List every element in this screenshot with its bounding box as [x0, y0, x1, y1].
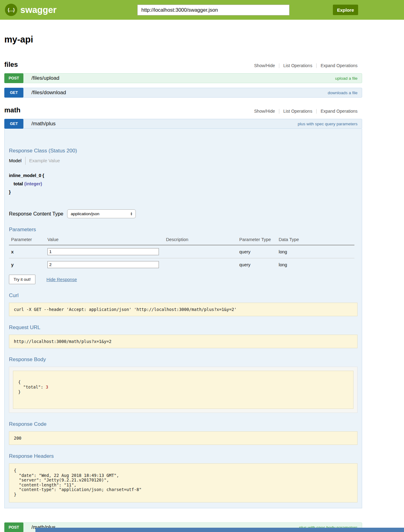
operation-summary-link[interactable]: upload a file: [335, 76, 358, 81]
divider: [279, 63, 279, 68]
parameter-name: x: [9, 245, 47, 258]
expand-operations-link[interactable]: Expand Operations: [321, 109, 358, 114]
model-property-type: (integer): [24, 181, 42, 186]
parameter-row-x: x query long: [9, 245, 354, 258]
operation-header-row[interactable]: GET /files/download downloads a file: [4, 88, 362, 98]
show-hide-link[interactable]: Show/Hide: [254, 109, 275, 114]
operation-post-files-upload: POST /files/upload upload a file: [4, 73, 362, 83]
main-content: my-api files Show/Hide List Operations E…: [4, 34, 362, 532]
column-header-data-type: Data Type: [279, 235, 354, 245]
swagger-braces-icon: {…}: [5, 4, 17, 16]
list-operations-link[interactable]: List Operations: [283, 63, 312, 68]
column-header-description: Description: [166, 235, 239, 245]
response-headers-heading: Response Headers: [9, 453, 358, 459]
explore-button[interactable]: Explore: [333, 5, 358, 15]
swagger-logo-text: swagger: [20, 5, 57, 15]
endpoint-path[interactable]: /files/download: [31, 90, 66, 96]
method-badge-get: GET: [4, 119, 23, 129]
operation-expanded-panel: Response Class (Status 200) Model Exampl…: [4, 129, 362, 508]
math-section-controls: Show/Hide List Operations Expand Operati…: [254, 109, 362, 114]
operation-get-files-download: GET /files/download downloads a file: [4, 88, 362, 98]
expand-operations-link[interactable]: Expand Operations: [321, 63, 358, 68]
column-header-value: Value: [47, 235, 166, 245]
method-badge-get: GET: [4, 88, 23, 98]
parameter-name: y: [9, 258, 47, 271]
try-it-out-button[interactable]: Try it out!: [9, 275, 35, 284]
endpoint-path[interactable]: /math/plus: [31, 121, 55, 127]
divider: [279, 109, 279, 114]
parameter-y-input[interactable]: [47, 261, 159, 268]
response-class-tabs: Model Example Value: [9, 157, 358, 165]
response-content-type-select[interactable]: application/json ▲▼: [67, 209, 136, 218]
tab-model[interactable]: Model: [9, 157, 26, 165]
response-headers-json: { "date": "Wed, 22 Aug 2018 18:49:13 GMT…: [9, 463, 358, 502]
endpoint-path[interactable]: /files/upload: [31, 75, 59, 81]
json-number-value: 3: [46, 385, 48, 389]
parameters-heading: Parameters: [9, 227, 358, 233]
divider: [316, 63, 317, 68]
response-content-type-row: Response Content Type application/json ▲…: [9, 209, 358, 218]
files-section-title: files: [4, 61, 18, 69]
files-section-header: files Show/Hide List Operations Expand O…: [4, 61, 362, 69]
model-signature: inline_model_0 { total (integer) }: [9, 171, 358, 196]
parameter-description: [166, 258, 239, 271]
model-close: }: [9, 188, 358, 196]
json-open-brace: {: [18, 380, 21, 385]
parameter-row-y: y query long: [9, 258, 354, 271]
method-badge-post: POST: [4, 522, 23, 532]
parameter-type: query: [239, 245, 279, 258]
show-hide-link[interactable]: Show/Hide: [254, 63, 275, 68]
operation-header-row[interactable]: POST /files/upload upload a file: [4, 73, 362, 83]
column-header-parameter: Parameter: [9, 235, 47, 245]
select-arrows-icon: ▲▼: [130, 212, 133, 216]
response-code-value: 200: [9, 431, 358, 445]
response-body-heading: Response Body: [9, 357, 358, 363]
operation-summary-link[interactable]: downloads a file: [328, 91, 358, 95]
method-badge-post: POST: [4, 73, 23, 83]
math-section-header: math Show/Hide List Operations Expand Op…: [4, 106, 362, 114]
response-code-heading: Response Code: [9, 421, 358, 427]
try-it-out-row: Try it out! Hide Response: [9, 275, 358, 284]
response-class-heading: Response Class (Status 200): [9, 148, 358, 154]
selected-content-type: application/json: [71, 212, 99, 216]
parameters-header-row: Parameter Value Description Parameter Ty…: [9, 235, 354, 245]
response-body-json: { "total": 3 }: [13, 371, 354, 409]
parameters-table: Parameter Value Description Parameter Ty…: [9, 235, 354, 271]
model-property: total (integer): [9, 180, 358, 188]
curl-heading: Curl: [9, 292, 358, 299]
request-url-heading: Request URL: [9, 324, 358, 331]
header-bar: {…} swagger Explore: [0, 0, 404, 20]
model-open: inline_model_0 {: [9, 171, 358, 180]
response-content-type-label: Response Content Type: [9, 211, 63, 217]
files-section-controls: Show/Hide List Operations Expand Operati…: [254, 63, 362, 69]
operation-header-row[interactable]: GET /math/plus plus with spec query para…: [4, 119, 362, 129]
parameter-x-input[interactable]: [47, 248, 159, 255]
request-url-value: http://localhost:3000/math/plus?x=1&y=2: [9, 335, 358, 348]
json-close-brace: }: [18, 389, 21, 394]
tab-example-value[interactable]: Example Value: [26, 157, 60, 165]
response-body-container: { "total": 3 }: [9, 367, 358, 413]
spec-url-input[interactable]: [138, 5, 289, 15]
operation-summary-link[interactable]: plus with spec query parameters: [298, 122, 358, 126]
parameter-data-type: long: [279, 245, 354, 258]
parameter-data-type: long: [279, 258, 354, 271]
parameter-type: query: [239, 258, 279, 271]
footer-bar: [35, 528, 404, 532]
operation-get-math-plus: GET /math/plus plus with spec query para…: [4, 119, 362, 508]
list-operations-link[interactable]: List Operations: [283, 109, 312, 114]
math-section-title: math: [4, 106, 21, 114]
curl-command: curl -X GET --header 'Accept: applicatio…: [9, 303, 358, 316]
parameter-description: [166, 245, 239, 258]
api-title: my-api: [4, 34, 362, 45]
json-key: "total":: [23, 385, 43, 389]
column-header-parameter-type: Parameter Type: [239, 235, 279, 245]
divider: [316, 109, 317, 114]
hide-response-link[interactable]: Hide Response: [46, 277, 77, 282]
model-property-name: total: [14, 181, 23, 186]
swagger-logo: {…} swagger: [5, 4, 57, 16]
